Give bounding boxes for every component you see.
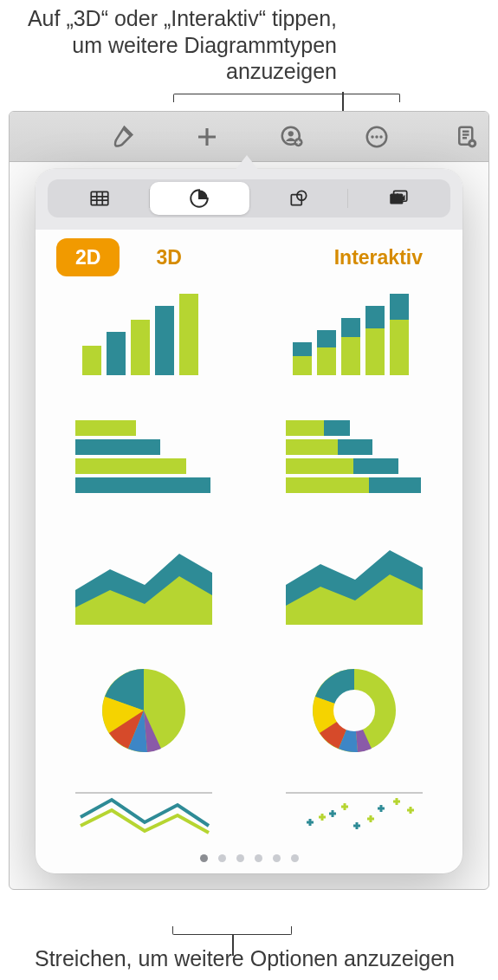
category-tables[interactable] (50, 182, 150, 215)
svg-rect-30 (390, 294, 409, 320)
svg-point-5 (375, 135, 378, 139)
scatter-chart[interactable] (267, 782, 443, 842)
page-dot-5[interactable] (273, 854, 281, 862)
callout-bottom: Streichen, um weitere Optionen anzuzeige… (0, 945, 498, 972)
insert-category-segmented (48, 179, 450, 217)
svg-point-9 (470, 141, 474, 145)
bar-chart[interactable] (56, 408, 232, 514)
collaborate-icon[interactable] (275, 120, 308, 153)
category-media[interactable] (348, 182, 448, 215)
document-icon[interactable] (450, 120, 483, 153)
callout-leader (173, 94, 400, 102)
svg-rect-27 (365, 328, 385, 375)
svg-point-49 (333, 690, 375, 731)
callout-top-text: Auf „3D“ oder „Interaktiv“ tippen, um we… (28, 6, 337, 83)
callout-top: Auf „3D“ oder „Interaktiv“ tippen, um we… (0, 5, 498, 85)
page-dot-6[interactable] (291, 854, 299, 862)
tab-interactive-label: Interaktiv (334, 246, 423, 269)
svg-rect-10 (92, 191, 109, 204)
donut-chart[interactable] (267, 658, 443, 763)
stacked-bar-chart[interactable] (267, 408, 443, 514)
svg-rect-16 (82, 346, 101, 375)
svg-point-4 (371, 135, 374, 139)
more-icon[interactable] (360, 120, 393, 153)
callout-vline-bottom (232, 935, 234, 956)
area-chart[interactable] (56, 533, 232, 639)
svg-rect-29 (390, 320, 409, 375)
svg-rect-19 (155, 306, 174, 375)
svg-rect-21 (293, 356, 312, 375)
pie-chart[interactable] (56, 658, 232, 763)
plus-icon[interactable] (191, 120, 223, 153)
chart-template-grid[interactable] (36, 278, 462, 842)
svg-rect-25 (341, 337, 360, 375)
svg-rect-17 (107, 332, 126, 375)
brush-icon[interactable] (106, 120, 139, 153)
line-chart[interactable] (56, 782, 232, 842)
tab-interactive[interactable]: Interaktiv (315, 238, 442, 276)
callout-leader-bottom (172, 926, 292, 935)
svg-rect-34 (75, 477, 210, 493)
pagination-dots[interactable] (36, 842, 462, 873)
page-dot-4[interactable] (255, 854, 262, 862)
svg-rect-22 (293, 342, 312, 356)
app-frame: 2D 3D Interaktiv (9, 111, 489, 890)
svg-rect-33 (75, 458, 186, 474)
svg-point-1 (288, 131, 293, 136)
svg-rect-32 (75, 439, 160, 455)
column-chart[interactable] (56, 283, 232, 389)
svg-rect-38 (338, 439, 372, 455)
svg-rect-18 (131, 320, 150, 375)
chart-type-tabs: 2D 3D Interaktiv (36, 230, 462, 278)
tab-2d[interactable]: 2D (56, 238, 120, 276)
tab-2d-label: 2D (75, 246, 100, 269)
svg-rect-41 (286, 477, 369, 493)
svg-point-15 (396, 193, 398, 196)
callout-bottom-text: Streichen, um weitere Optionen anzuzeige… (35, 946, 455, 970)
svg-rect-28 (365, 306, 385, 328)
stacked-area-chart[interactable] (267, 533, 443, 639)
page-dot-3[interactable] (236, 854, 244, 862)
insert-popover: 2D 3D Interaktiv (36, 169, 462, 873)
stacked-column-chart[interactable] (267, 283, 443, 389)
svg-rect-26 (341, 318, 360, 337)
category-shapes[interactable] (249, 182, 349, 215)
svg-rect-39 (286, 458, 353, 474)
svg-rect-24 (317, 330, 336, 347)
tab-3d-label: 3D (156, 246, 181, 269)
svg-rect-40 (353, 458, 398, 474)
svg-point-6 (379, 135, 383, 139)
svg-rect-42 (369, 477, 421, 493)
svg-rect-35 (286, 420, 324, 436)
category-charts[interactable] (150, 182, 249, 215)
svg-rect-36 (324, 420, 350, 436)
svg-rect-23 (317, 347, 336, 375)
popover-caret (235, 155, 259, 171)
popover-header (36, 169, 462, 230)
tab-3d[interactable]: 3D (137, 238, 200, 276)
page-dot-2[interactable] (218, 854, 226, 862)
svg-rect-20 (179, 294, 198, 375)
page-dot-1[interactable] (200, 854, 208, 862)
svg-rect-37 (286, 439, 338, 455)
svg-rect-31 (75, 420, 136, 436)
